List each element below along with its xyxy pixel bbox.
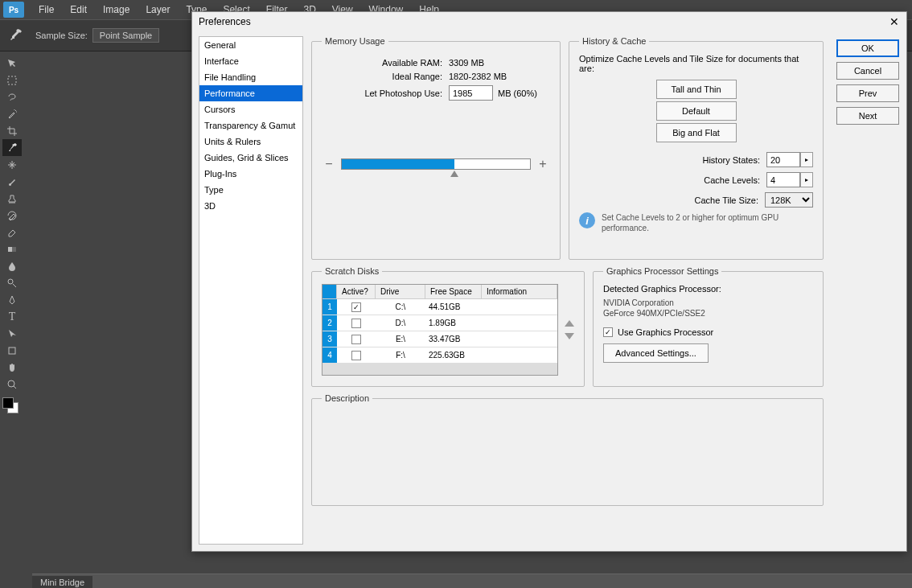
move-down-icon[interactable] [565, 333, 574, 339]
use-gpu-checkbox[interactable]: ✓ [603, 327, 613, 337]
svg-rect-4 [9, 347, 15, 354]
use-gpu-label: Use Graphics Processor [618, 327, 713, 337]
cache-info-text: Set Cache Levels to 2 or higher for opti… [602, 212, 813, 233]
tool-lasso[interactable] [2, 88, 22, 105]
description-legend: Description [322, 393, 372, 403]
pref-item-file-handling[interactable]: File Handling [199, 69, 302, 85]
cancel-button[interactable]: Cancel [836, 62, 899, 80]
cache-levels-stepper[interactable]: ▸ [800, 172, 813, 187]
close-icon[interactable]: ✕ [887, 14, 902, 29]
scratch-checkbox[interactable]: ✓ [351, 302, 361, 312]
scratch-checkbox[interactable] [351, 335, 361, 344]
memory-legend: Memory Usage [322, 36, 388, 46]
table-row[interactable]: 4 F:\ 225.63GB [322, 347, 557, 364]
memory-slider[interactable] [341, 158, 531, 170]
dialog-titlebar: Preferences ✕ [192, 12, 906, 31]
tool-brush[interactable] [2, 173, 22, 190]
col-drive: Drive [376, 285, 425, 298]
let-use-suffix: MB (60%) [498, 88, 537, 98]
tool-history-brush[interactable] [2, 207, 22, 224]
pref-item-transparency[interactable]: Transparency & Gamut [199, 117, 302, 134]
pref-item-type[interactable]: Type [199, 182, 302, 198]
tool-text[interactable]: T [2, 308, 22, 325]
next-button[interactable]: Next [836, 107, 899, 125]
tool-blur[interactable] [2, 257, 22, 274]
history-cache-fieldset: History & Cache Optimize Cache Levels an… [569, 36, 824, 260]
tool-pen[interactable] [2, 291, 22, 308]
dialog-title: Preferences [199, 16, 251, 27]
menu-layer[interactable]: Layer [138, 1, 178, 19]
advanced-settings-button[interactable]: Advanced Settings... [603, 343, 709, 363]
menu-edit[interactable]: Edit [62, 1, 95, 19]
table-row[interactable]: 1 ✓ C:\ 44.51GB [322, 299, 557, 315]
pref-item-performance[interactable]: Performance [199, 85, 302, 101]
pref-item-cursors[interactable]: Cursors [199, 101, 302, 117]
tool-zoom[interactable] [2, 376, 22, 393]
tool-gradient[interactable] [2, 241, 22, 257]
description-fieldset: Description [311, 393, 824, 506]
detected-gpu-label: Detected Graphics Processor: [603, 284, 813, 294]
scratch-checkbox[interactable] [351, 319, 361, 328]
ok-button[interactable]: OK [836, 39, 899, 57]
slider-plus[interactable]: + [536, 157, 550, 171]
history-states-label: History States: [672, 155, 760, 165]
gpu-model: GeForce 940MX/PCIe/SSE2 [603, 309, 813, 318]
tool-shape[interactable] [2, 342, 22, 359]
col-active: Active? [337, 285, 376, 298]
tool-move[interactable] [2, 55, 22, 72]
table-row[interactable]: 3 E:\ 33.47GB [322, 331, 557, 347]
ideal-range-value: 1820-2382 MB [449, 72, 507, 81]
table-row[interactable]: 2 D:\ 1.89GB [322, 315, 557, 331]
pref-item-guides[interactable]: Guides, Grid & Slices [199, 150, 302, 166]
tool-crop[interactable] [2, 122, 22, 139]
color-swatches[interactable] [1, 396, 23, 420]
sample-size-dropdown[interactable]: Point Sample [92, 28, 159, 43]
prev-button[interactable]: Prev [836, 84, 899, 102]
menu-file[interactable]: File [31, 1, 62, 19]
tool-wand[interactable] [2, 105, 22, 122]
cache-levels-input[interactable] [766, 172, 800, 187]
scratch-checkbox[interactable] [351, 351, 361, 360]
tool-stamp[interactable] [2, 190, 22, 207]
pref-item-general[interactable]: General [199, 37, 302, 53]
col-info: Information [482, 285, 557, 298]
history-states-input[interactable] [766, 152, 800, 167]
svg-point-5 [8, 380, 14, 387]
tool-hand[interactable] [2, 359, 22, 376]
tool-eraser[interactable] [2, 224, 22, 241]
big-flat-button[interactable]: Big and Flat [656, 123, 737, 142]
menu-image[interactable]: Image [95, 1, 138, 19]
bottom-panel: Mini Bridge [32, 574, 912, 588]
tool-marquee[interactable] [2, 72, 22, 88]
app-icon: Ps [3, 2, 24, 18]
tool-path-select[interactable] [2, 325, 22, 342]
gpu-legend: Graphics Processor Settings [603, 266, 721, 276]
svg-point-3 [8, 279, 13, 284]
tool-eyedropper[interactable] [2, 139, 22, 156]
pref-item-3d[interactable]: 3D [199, 198, 302, 214]
ideal-range-label: Ideal Range: [322, 72, 442, 81]
eyedropper-icon [6, 26, 26, 45]
slider-minus[interactable]: − [322, 157, 336, 171]
scratch-table: Active? Drive Free Space Information 1 ✓… [322, 284, 558, 376]
cache-tile-label: Cache Tile Size: [670, 195, 758, 205]
col-free: Free Space [425, 285, 482, 298]
pref-item-plugins[interactable]: Plug-Ins [199, 166, 302, 182]
cache-tile-select[interactable]: 128K [765, 192, 813, 208]
pref-item-units[interactable]: Units & Rulers [199, 134, 302, 150]
move-up-icon[interactable] [565, 320, 574, 327]
scratch-disks-fieldset: Scratch Disks Active? Drive Free Space I… [311, 266, 585, 387]
tall-thin-button[interactable]: Tall and Thin [656, 80, 737, 99]
pref-category-list: General Interface File Handling Performa… [199, 36, 303, 545]
history-states-stepper[interactable]: ▸ [800, 152, 813, 167]
svg-rect-2 [12, 247, 16, 252]
available-ram-value: 3309 MB [449, 58, 484, 68]
mini-bridge-tab[interactable]: Mini Bridge [32, 576, 92, 588]
tool-dodge[interactable] [2, 274, 22, 291]
gpu-fieldset: Graphics Processor Settings Detected Gra… [593, 266, 824, 387]
tool-heal[interactable] [2, 156, 22, 173]
default-button[interactable]: Default [656, 101, 737, 121]
pref-item-interface[interactable]: Interface [199, 53, 302, 69]
gpu-vendor: NVIDIA Corporation [603, 298, 813, 307]
let-use-input[interactable] [449, 85, 493, 101]
